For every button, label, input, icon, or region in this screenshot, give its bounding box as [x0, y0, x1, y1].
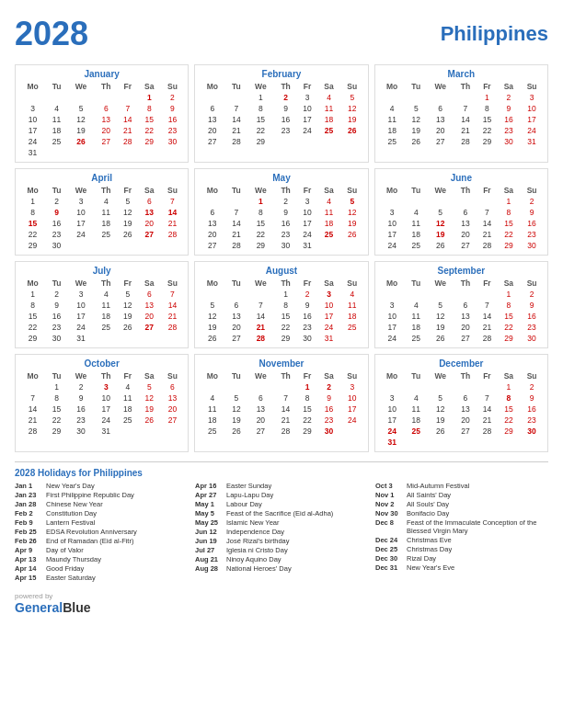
calendar-day: 12	[67, 114, 95, 125]
day-header: Mo	[379, 278, 406, 289]
day-header: Th	[95, 370, 118, 381]
calendar-day: 18	[95, 311, 118, 322]
day-header: Mo	[379, 185, 406, 196]
calendar-day: 14	[225, 114, 247, 125]
month-name: January	[19, 69, 184, 79]
month-block-september: SeptemberMoTuWeThFrSaSu12345678910111213…	[374, 261, 548, 348]
calendar-day: 2	[274, 196, 297, 207]
day-header: Mo	[379, 81, 406, 92]
calendar-day: 12	[199, 311, 225, 322]
calendar-day	[118, 92, 138, 103]
calendar-day	[406, 92, 427, 103]
calendar-day: 16	[520, 404, 544, 415]
powered-by-label: powered by	[15, 592, 90, 600]
calendar-day: 13	[454, 218, 477, 229]
calendar-day: 5	[225, 392, 247, 404]
calendar-day: 9	[498, 103, 521, 114]
calendar-day: 15	[247, 114, 274, 125]
calendar-day: 18	[46, 125, 67, 136]
calendar-day: 3	[67, 289, 95, 300]
holiday-item: Feb 2Constitution Day	[15, 509, 188, 518]
calendar-day	[427, 196, 454, 207]
holiday-item: Dec 24Christmas Eve	[375, 536, 548, 544]
holiday-item: Jan 1New Year's Day	[15, 482, 188, 490]
holiday-name: Lantern Festival	[46, 518, 95, 527]
calendar-day: 28	[454, 136, 477, 147]
calendar-day: 23	[498, 125, 521, 136]
holiday-item: Apr 27Lapu-Lapu Day	[195, 491, 368, 499]
calendar-day: 9	[161, 103, 185, 114]
calendar-day	[340, 426, 364, 437]
month-name: May	[199, 173, 363, 183]
holiday-name: First Philippine Republic Day	[46, 491, 134, 499]
calendar-day	[274, 136, 297, 147]
calendar-day: 5	[118, 196, 138, 207]
calendar-day: 22	[297, 415, 317, 426]
calendar-day: 7	[477, 300, 497, 311]
calendar-day: 9	[46, 207, 67, 218]
month-block-may: MayMoTuWeThFrSaSu12345678910111213141516…	[194, 168, 368, 256]
calendar-day: 18	[406, 229, 427, 240]
calendar-day: 9	[520, 392, 544, 404]
calendar-day	[454, 92, 477, 103]
day-header: Th	[454, 81, 477, 92]
calendar-day: 4	[95, 289, 118, 300]
day-header: Mo	[199, 81, 225, 92]
calendar-day: 29	[498, 240, 521, 251]
calendar-day: 20	[138, 218, 161, 229]
calendar-day: 18	[340, 311, 364, 322]
calendar-day: 13	[454, 311, 477, 322]
holiday-item: Feb 25EDSA Revolution Anniversary	[15, 528, 188, 536]
holidays-columns: Jan 1New Year's DayJan 23First Philippin…	[15, 482, 548, 583]
calendar-day: 24	[19, 136, 46, 147]
day-header: Sa	[138, 370, 161, 381]
calendar-day: 1	[274, 289, 297, 300]
calendar-day: 25	[95, 229, 118, 240]
holiday-name: National Heroes' Day	[226, 564, 292, 573]
calendar-day: 21	[477, 415, 497, 426]
calendar-day: 24	[297, 125, 317, 136]
calendar-day: 20	[247, 415, 274, 426]
holiday-name: Independence Day	[226, 528, 284, 536]
calendar-day: 28	[274, 426, 297, 437]
calendar-day: 5	[138, 381, 161, 392]
calendar-day	[477, 289, 497, 300]
month-block-february: FebruaryMoTuWeThFrSaSu123456789101112131…	[194, 64, 368, 163]
calendar-day: 9	[274, 103, 297, 114]
calendar-day: 17	[67, 311, 95, 322]
calendar-day: 28	[19, 426, 46, 437]
holidays-section: 2028 Holidays for Philippines Jan 1New Y…	[15, 461, 548, 583]
day-header: Su	[161, 81, 185, 92]
calendar-day: 6	[225, 300, 247, 311]
calendar-day: 26	[340, 229, 364, 240]
calendar-day: 3	[379, 300, 406, 311]
holiday-name: Iglesia ni Cristo Day	[226, 546, 288, 554]
day-header: We	[247, 278, 274, 289]
holiday-item: May 25Islamic New Year	[195, 518, 368, 527]
calendar-day: 9	[67, 392, 95, 404]
day-header: Tu	[46, 278, 67, 289]
calendar-day: 29	[19, 240, 46, 251]
calendar-day: 21	[225, 229, 247, 240]
day-header: Fr	[297, 185, 317, 196]
day-header: Sa	[317, 185, 340, 196]
calendar-day: 31	[297, 240, 317, 251]
calendar-day: 22	[19, 322, 46, 333]
calendar-day: 12	[406, 114, 427, 125]
day-header: Fr	[477, 185, 497, 196]
calendar-day: 28	[477, 240, 497, 251]
holiday-item: Jan 23First Philippine Republic Day	[15, 491, 188, 499]
day-header: Th	[95, 185, 118, 196]
calendar-day: 3	[379, 392, 406, 404]
calendar-day: 5	[427, 392, 454, 404]
calendar-day: 30	[520, 333, 544, 344]
calendar-day: 23	[274, 229, 297, 240]
calendar-day: 23	[520, 415, 544, 426]
calendar-day: 11	[406, 218, 427, 229]
holiday-date: Feb 9	[15, 518, 42, 527]
calendar-day: 17	[340, 404, 364, 415]
holiday-date: Nov 30	[375, 509, 403, 518]
calendar-day: 5	[67, 103, 95, 114]
day-header: Th	[95, 81, 118, 92]
holiday-date: Apr 27	[195, 491, 223, 499]
